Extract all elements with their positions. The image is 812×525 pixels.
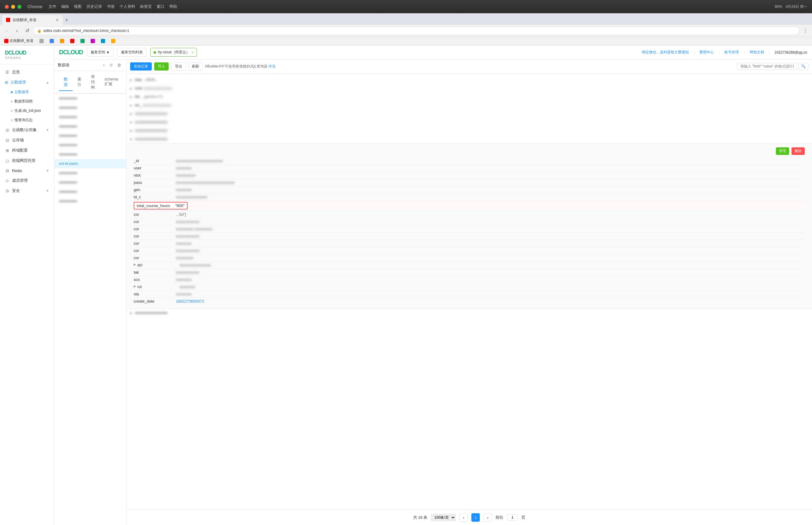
browser-tab[interactable]: 在线翻译_有道 × <box>2 15 63 25</box>
close-tab-icon[interactable]: × <box>191 50 194 55</box>
new-tab-button[interactable]: + <box>64 16 69 25</box>
address-bar[interactable]: 🔒 editor.csdn.net/md/?not_checkout=1#not… <box>33 27 799 35</box>
record-row-1[interactable]: ▶ toke ...0E0N... <box>126 76 812 85</box>
current-page-button[interactable]: 1 <box>471 513 480 522</box>
cloud-func-icon: ◎ <box>5 127 10 132</box>
table-item-6[interactable]: xxxxxxxxxx <box>54 140 126 150</box>
delete-table-button[interactable]: 🗑 <box>116 62 123 68</box>
sidebar-item-security[interactable]: ⊙ 安全 ▼ <box>0 186 54 196</box>
link-bind-wechat[interactable]: 绑定微信，及时获取欠费通知 <box>642 50 689 55</box>
menu-edit[interactable]: 编辑 <box>61 4 69 9</box>
sidebar-item-cloud-db[interactable]: ⊞ 云数据库 ▲ <box>0 77 54 87</box>
menu-file[interactable]: 文件 <box>48 4 56 9</box>
import-button[interactable]: 导入 <box>154 62 169 71</box>
page-goto-input[interactable] <box>507 514 518 521</box>
forward-button[interactable]: › <box>13 27 21 35</box>
bookmark-8[interactable] <box>99 38 107 44</box>
separator-1: | <box>693 50 694 55</box>
hint-link[interactable]: 详见 <box>268 64 276 69</box>
minimize-window-button[interactable] <box>11 5 15 9</box>
bookmark-3[interactable] <box>48 38 56 44</box>
table-item-9[interactable]: xxxxxxxxxx <box>54 168 126 178</box>
tab-schema-ext[interactable]: schema扩展 <box>100 74 123 90</box>
search-input[interactable] <box>737 63 797 70</box>
page-size-select[interactable]: 100条/页 50条/页 20条/页 <box>431 514 456 521</box>
link-cost-center[interactable]: 费用中心 <box>699 50 714 55</box>
close-window-button[interactable] <box>5 5 9 9</box>
tab-index[interactable]: 索引 <box>73 74 86 91</box>
link-account-mgmt[interactable]: 账号管理 <box>724 50 739 55</box>
refresh-tables-button[interactable]: ↺ <box>108 62 114 68</box>
menu-profiles[interactable]: 个人资料 <box>120 4 135 9</box>
hy-cloud-tab[interactable]: hy-cloud（阿里云） × <box>150 48 197 57</box>
search-button[interactable]: 🔍 <box>798 63 808 70</box>
menu-window[interactable]: 窗口 <box>157 4 165 9</box>
menu-view[interactable]: 视图 <box>74 4 82 9</box>
table-item-2[interactable]: xxxxxxxxxx <box>54 103 126 112</box>
bookmark-5[interactable] <box>68 38 76 44</box>
sidebar-item-cloud-func[interactable]: ◎ 云函数/云对象 ▼ <box>0 125 54 135</box>
record-row-3[interactable]: ▶ thir ...paxVw==\"} <box>126 93 812 101</box>
sidebar-sub-slow-query[interactable]: 慢查询日志 <box>0 116 54 125</box>
menu-history[interactable]: 历史记录 <box>87 4 102 9</box>
record-row-7[interactable]: ▶xxxxxxxxxxxxxxxxxx <box>126 126 812 135</box>
record-row-5[interactable]: ▶xxxxxxxxxxxxxxxxxx <box>126 110 812 118</box>
sidebar-item-cloud-storage[interactable]: ⊡ 云存储 <box>0 135 54 145</box>
records-scroll[interactable]: ▶ toke ...0E0N... ▶ mob xxxxxxxxxxxxxxxx… <box>126 74 812 509</box>
back-button[interactable]: ‹ <box>2 27 11 35</box>
service-space-button[interactable]: 服务空间 ▼ <box>87 48 114 57</box>
field-value-sta: xxxxxxxx <box>176 292 805 296</box>
table-item-4[interactable]: xxxxxxxxxx <box>54 122 126 131</box>
record-row-2[interactable]: ▶ mob xxxxxxxxxxxxxxxx <box>126 85 812 93</box>
refresh-data-button[interactable]: 刷新 <box>189 62 202 71</box>
export-button[interactable]: 导出 <box>171 62 186 71</box>
bookmark-6[interactable] <box>79 38 87 44</box>
sidebar-label-overview: 总览 <box>12 69 20 75</box>
add-table-button[interactable]: + <box>102 62 106 68</box>
bookmark-9[interactable] <box>109 38 117 44</box>
record-row-4[interactable]: ▶ wx_ xxxxxxxxxxxxxxxx <box>126 101 812 110</box>
sidebar-sub-db-docs[interactable]: 数据库回档 <box>0 97 54 106</box>
bookmark-youdao[interactable]: 在线翻译_有道 <box>2 38 35 44</box>
tab-close-button[interactable]: × <box>56 17 59 23</box>
next-page-button[interactable]: › <box>483 513 492 522</box>
record-row-6[interactable]: ▶xxxxxxxxxxxxxxxxxx <box>126 118 812 126</box>
sidebar-item-frontend[interactable]: ◻ 前端网页托管 <box>0 155 54 166</box>
refresh-button[interactable]: ↺ <box>23 27 31 35</box>
sidebar-item-redis[interactable]: ⊟ Redis ▼ <box>0 166 54 176</box>
sidebar-sub-db-init[interactable]: 生成 db_init.json <box>0 106 54 116</box>
tab-data[interactable]: 数据 <box>59 74 73 91</box>
add-record-button[interactable]: 添加记录 <box>130 62 152 71</box>
table-item-5[interactable]: xxxxxxxxxx <box>54 131 126 140</box>
table-item-uni-id-users[interactable]: uni-id-users <box>54 159 126 168</box>
prev-page-button[interactable]: ‹ <box>459 513 468 522</box>
menu-bookmarks[interactable]: 书签 <box>107 4 115 9</box>
extensions-button[interactable]: ⋮ <box>801 27 810 35</box>
field-total-course-hours[interactable]: total_course_hours "800" <box>134 201 805 211</box>
menu-help[interactable]: 帮助 <box>169 4 177 9</box>
link-help-docs[interactable]: 帮助文档 <box>750 50 764 55</box>
workspace-tab[interactable]: 服务空间列表 <box>117 48 147 57</box>
sidebar-item-member[interactable]: ☺ 成员管理 <box>0 176 54 186</box>
bookmark-4[interactable] <box>58 38 66 44</box>
sidebar-item-cross-domain[interactable]: ⊞ 跨域配置 <box>0 145 54 155</box>
maximize-window-button[interactable] <box>17 5 21 9</box>
manage-button[interactable]: 管理 <box>776 147 789 155</box>
table-item-11[interactable]: xxxxxxxxxx <box>54 187 126 196</box>
table-item-7[interactable]: xxxxxxxxxx <box>54 150 126 159</box>
record-row-8[interactable]: ▶xxxxxxxxxxxxxxxxxx <box>126 135 812 144</box>
record-row-end[interactable]: ▶xxxxxxxxxxxxxxxxxx <box>126 309 812 317</box>
sidebar-label-cloud-storage: 云存储 <box>12 137 24 143</box>
bookmark-2[interactable] <box>38 38 46 44</box>
table-item-12[interactable]: xxxxxxxxxx <box>54 196 126 206</box>
field-key-cor6: cor <box>134 248 176 253</box>
sidebar-item-overview[interactable]: ☰ 总览 <box>0 67 54 77</box>
sidebar-sub-cloud-db-main[interactable]: 云数据库 <box>0 87 54 97</box>
bookmark-7[interactable] <box>89 38 97 44</box>
tab-schema[interactable]: 表结构 <box>86 71 100 94</box>
table-item-1[interactable]: xxxxxxxxxx <box>54 94 126 103</box>
delete-record-button[interactable]: 删除 <box>792 147 805 155</box>
menu-tabs[interactable]: 标签页 <box>140 4 152 9</box>
table-item-10[interactable]: xxxxxxxxxx <box>54 178 126 187</box>
table-item-3[interactable]: xxxxxxxxxx <box>54 112 126 122</box>
